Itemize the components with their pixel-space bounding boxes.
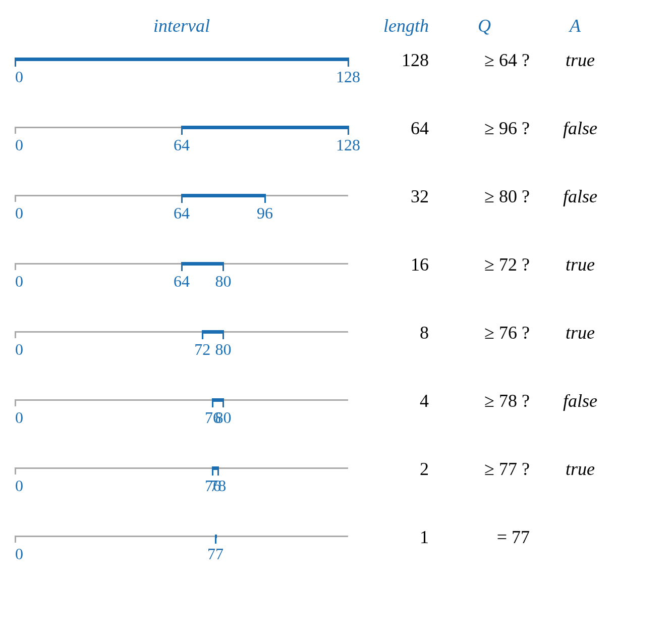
tick	[222, 398, 224, 407]
interval-cell: 07280	[10, 329, 353, 334]
interval-cell: 07678	[10, 465, 353, 470]
query-value: ≥ 72 ?	[434, 254, 535, 275]
tick-label: 0	[15, 136, 23, 154]
header-row: interval length Q A	[10, 15, 662, 36]
interval-cell: 07680	[10, 397, 353, 402]
diagram-container: interval length Q A 0128128≥ 64 ?true064…	[10, 15, 662, 574]
interval-axis: 07680	[10, 397, 353, 402]
query-value: ≥ 78 ?	[434, 390, 535, 411]
step-row: 0648016≥ 72 ?true	[10, 261, 662, 301]
tick	[181, 262, 183, 271]
step-meta: 128≥ 64 ?true	[353, 49, 621, 70]
interval-axis: 0128	[10, 57, 353, 62]
query-value: = 77	[434, 526, 535, 548]
tick	[264, 194, 266, 203]
active-interval	[15, 58, 348, 61]
query-value: ≥ 77 ?	[434, 458, 535, 480]
tick	[217, 466, 219, 476]
step-meta: 4≥ 78 ?false	[353, 390, 621, 410]
step-row: 076782≥ 77 ?true	[10, 465, 662, 506]
tick	[181, 126, 183, 135]
interval-cell: 06496	[10, 193, 353, 198]
answer-value: true	[535, 254, 621, 275]
step-row: 072808≥ 76 ?true	[10, 329, 662, 370]
length-value: 8	[353, 322, 434, 343]
query-value: ≥ 80 ?	[434, 186, 535, 207]
active-interval	[202, 330, 223, 334]
interval-axis: 06496	[10, 193, 353, 198]
tick-label: 96	[257, 204, 273, 223]
interval-cell: 077	[10, 534, 353, 539]
interval-axis: 06480	[10, 261, 353, 266]
active-interval	[213, 398, 223, 402]
interval-header: interval	[10, 15, 353, 36]
length-value: 4	[353, 390, 434, 411]
step-meta: 8≥ 76 ?true	[353, 322, 621, 342]
query-value: ≥ 64 ?	[434, 49, 535, 71]
answer-value: false	[535, 186, 621, 207]
step-row: 0649632≥ 80 ?false	[10, 193, 662, 233]
length-value: 16	[353, 254, 434, 275]
tick-label: 0	[15, 340, 23, 359]
answer-value: false	[535, 390, 621, 411]
tick-label: 80	[215, 408, 232, 427]
steps-list: 0128128≥ 64 ?true06412864≥ 96 ?false0649…	[10, 57, 662, 574]
tick-label: 64	[174, 204, 190, 223]
tick	[15, 399, 16, 406]
tick-label: 64	[174, 136, 190, 154]
answer-value: false	[535, 118, 621, 139]
interval-cell: 06480	[10, 261, 353, 266]
range-line	[15, 331, 348, 333]
tick-label: 0	[15, 477, 23, 495]
step-meta: 2≥ 77 ?true	[353, 458, 621, 479]
tick-label: 80	[215, 272, 232, 291]
tick	[222, 330, 224, 339]
tick	[15, 195, 16, 202]
length-value: 128	[353, 49, 434, 71]
length-value: 32	[353, 186, 434, 207]
length-value: 2	[353, 458, 434, 480]
tick	[212, 466, 213, 476]
range-line	[15, 467, 348, 469]
length-value: 1	[353, 526, 434, 548]
tick-label: 128	[336, 136, 360, 154]
tick	[348, 126, 349, 135]
tick-label: 78	[210, 477, 226, 495]
answer-value: true	[535, 322, 621, 343]
length-header: length	[353, 15, 434, 36]
tick	[212, 398, 213, 407]
tick-label: 72	[194, 340, 210, 359]
step-row: 076804≥ 78 ?false	[10, 397, 662, 438]
active-interval	[182, 194, 265, 197]
answer-value: true	[535, 458, 621, 480]
tick-label: 77	[207, 545, 223, 563]
step-meta: 16≥ 72 ?true	[353, 254, 621, 274]
range-line	[15, 399, 348, 401]
tick-label: 0	[15, 408, 23, 427]
tick	[348, 58, 349, 67]
tick	[15, 536, 16, 543]
a-header: A	[535, 15, 615, 36]
tick	[215, 535, 216, 544]
step-row: 0771= 77	[10, 534, 662, 574]
interval-axis: 077	[10, 534, 353, 539]
tick	[15, 263, 16, 270]
tick	[15, 467, 16, 474]
tick	[15, 58, 16, 67]
interval-cell: 0128	[10, 57, 353, 62]
query-value: ≥ 96 ?	[434, 118, 535, 139]
tick	[15, 331, 16, 338]
interval-axis: 07678	[10, 465, 353, 470]
range-line	[15, 536, 348, 537]
interval-cell: 064128	[10, 125, 353, 130]
tick	[222, 262, 224, 271]
tick	[181, 194, 183, 203]
tick-label: 80	[215, 340, 232, 359]
step-row: 0128128≥ 64 ?true	[10, 57, 662, 97]
length-value: 64	[353, 118, 434, 139]
tick-label: 0	[15, 545, 23, 563]
query-value: ≥ 76 ?	[434, 322, 535, 343]
answer-value: true	[535, 49, 621, 71]
tick	[202, 330, 203, 339]
tick-label: 128	[336, 68, 360, 86]
